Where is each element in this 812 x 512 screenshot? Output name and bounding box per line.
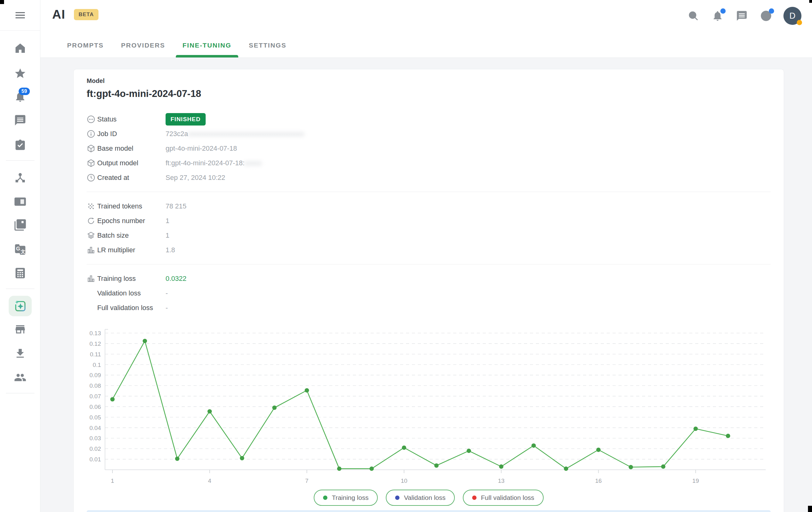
svg-text:0.11: 0.11: [90, 351, 101, 358]
full-validation-loss-label: Full validation loss: [97, 304, 166, 312]
base-model-label: Base model: [97, 144, 166, 152]
beta-badge: BETA: [74, 9, 98, 20]
loss-rows: Training loss 0.0322 Validation loss - F…: [87, 271, 771, 315]
tab-prompts[interactable]: PROMPTS: [58, 35, 112, 57]
sidebar-item-home[interactable]: [13, 41, 28, 56]
svg-text:0.12: 0.12: [89, 341, 101, 347]
batch-size-value: 1: [166, 231, 169, 239]
base-model-value: gpt-4o-mini-2024-07-18: [166, 144, 237, 152]
section-divider: [87, 192, 771, 192]
section-divider: [87, 264, 771, 264]
menu-button[interactable]: [0, 0, 40, 31]
status-icon: [87, 115, 95, 124]
device-hub-icon: [14, 171, 26, 184]
status-row: Status FINISHED: [87, 112, 771, 126]
status-badge: FINISHED: [166, 113, 206, 125]
sidebar-item-translate[interactable]: G文: [13, 242, 28, 257]
svg-text:10: 10: [401, 478, 407, 484]
svg-text:0.07: 0.07: [89, 393, 101, 400]
sidebar-item-cards[interactable]: [13, 194, 28, 209]
output-model-label: Output model: [97, 159, 166, 167]
svg-text:4: 4: [208, 478, 211, 484]
sidebar-item-calculator[interactable]: [13, 266, 28, 281]
chat-icon: [14, 114, 26, 126]
fine-tune-job-card: Model ft:gpt-4o-mini-2024-07-18 Status F…: [73, 69, 784, 512]
training-loss-value: 0.0322: [166, 275, 186, 283]
avatar[interactable]: D: [783, 7, 802, 25]
lr-multiplier-label: LR multiplier: [97, 246, 166, 254]
chart-legend: Training loss Validation loss Full valid…: [87, 490, 771, 506]
job-param-rows: Trained tokens 78 215 Epochs number 1 Ba…: [87, 199, 771, 257]
presence-dot: [797, 20, 802, 25]
svg-text:0.02: 0.02: [89, 446, 101, 452]
sidebar-item-users[interactable]: [13, 370, 28, 385]
task-check-icon: [14, 139, 26, 151]
lr-multiplier-row: LR multiplier 1.8: [87, 243, 771, 257]
translate-icon: G文: [14, 243, 26, 256]
sidebar-divider: [6, 289, 34, 289]
sidebar-item-chats[interactable]: [13, 113, 28, 128]
sidebar-item-downloads[interactable]: [13, 346, 28, 361]
svg-text:0.06: 0.06: [89, 404, 101, 410]
job-id-row: Job ID 723c2axxxxxxxxxxxxxxxxxxxxxxxxxxx…: [87, 126, 771, 141]
chat-icon: [736, 10, 748, 22]
card-view-icon: [14, 195, 26, 208]
ai-sparkle-icon: [13, 299, 27, 313]
tab-providers[interactable]: PROVIDERS: [112, 35, 174, 57]
tab-settings[interactable]: SETTINGS: [240, 35, 295, 57]
search-button[interactable]: [687, 9, 700, 23]
validation-loss-label: Validation loss: [97, 289, 166, 297]
screenshot-artifact: [809, 0, 812, 3]
cube-icon: [87, 144, 95, 153]
legend-validation-loss[interactable]: Validation loss: [386, 490, 455, 506]
messages-button[interactable]: [735, 9, 749, 23]
epochs-row: Epochs number 1: [87, 214, 771, 228]
sidebar-item-pages[interactable]: [13, 218, 28, 232]
legend-training-loss[interactable]: Training loss: [314, 490, 378, 506]
svg-text:0.01: 0.01: [89, 456, 101, 463]
storefront-icon: [14, 323, 26, 336]
svg-text:7: 7: [306, 478, 309, 484]
svg-text:0.05: 0.05: [89, 414, 101, 421]
redacted-text: xxxxxxxxxxxxxxxxxxxxxxxxxxxxxxxxxx: [188, 130, 304, 138]
job-id-label: Job ID: [97, 130, 166, 138]
svg-text:16: 16: [595, 478, 602, 484]
content-area: Model ft:gpt-4o-mini-2024-07-18 Status F…: [40, 58, 812, 512]
bar-chart-icon: [87, 246, 95, 254]
svg-text:19: 19: [692, 478, 699, 484]
sidebar-item-store[interactable]: [13, 322, 28, 337]
sidebar-item-tasks[interactable]: [13, 137, 28, 152]
created-at-label: Created at: [97, 174, 166, 182]
training-loss-label: Training loss: [97, 275, 166, 283]
trained-tokens-value: 78 215: [166, 202, 186, 210]
legend-dot-blue: [395, 495, 400, 500]
tab-fine-tuning[interactable]: FINE-TUNING: [174, 35, 240, 57]
legend-full-validation-loss[interactable]: Full validation loss: [463, 490, 544, 506]
trained-tokens-label: Trained tokens: [97, 202, 166, 210]
info-icon: [87, 130, 95, 138]
svg-text:0.1: 0.1: [93, 362, 101, 368]
full-validation-loss-row: Full validation loss -: [87, 301, 771, 315]
screenshot-artifact: [0, 0, 4, 4]
sidebar-item-ai-active[interactable]: [9, 296, 32, 316]
output-model-value: ft:gpt-4o-mini-2024-07-18:xxxxx: [166, 159, 262, 167]
epochs-value: 1: [166, 217, 169, 225]
sidebar-item-favorites[interactable]: [13, 66, 28, 81]
svg-text:0.04: 0.04: [89, 425, 101, 431]
cube-icon: [87, 159, 95, 167]
svg-text:0.03: 0.03: [89, 435, 101, 442]
help-button[interactable]: ?: [759, 9, 773, 23]
batch-size-row: Batch size 1: [87, 228, 771, 243]
download-icon: [14, 347, 26, 360]
loss-chart-container: 0.010.020.030.040.050.060.070.080.090.10…: [87, 327, 771, 506]
legend-dot-green: [323, 495, 327, 500]
notifications-button[interactable]: [711, 9, 724, 23]
job-info-rows: Status FINISHED Job ID 723c2axxxxxxxxxxx…: [87, 112, 771, 185]
rotate-icon: [87, 217, 95, 225]
sidebar-item-hub[interactable]: [13, 170, 28, 185]
app-logo: AI: [52, 7, 65, 22]
calculator-icon: [14, 267, 26, 279]
redacted-text: xxxxx: [244, 159, 262, 167]
svg-text:G: G: [16, 246, 20, 252]
svg-text:0.08: 0.08: [89, 382, 101, 389]
